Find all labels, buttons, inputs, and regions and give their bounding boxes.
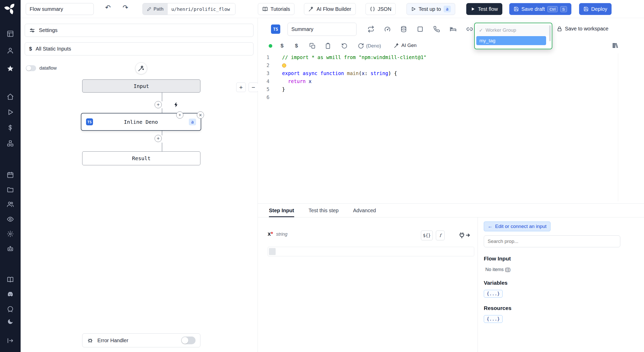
search-prop-input[interactable] (484, 235, 620, 247)
all-static-inputs-row[interactable]: $ All Static Inputs (25, 42, 253, 55)
mock-cable-icon[interactable] (466, 26, 473, 32)
inline-deno-node-label: Inline Deno (124, 119, 158, 125)
code-editor[interactable]: 1// import * as wmill from "npm:windmill… (258, 53, 643, 101)
deploy-button[interactable]: Deploy (579, 3, 612, 15)
lock-icon (557, 26, 562, 32)
workers-icon[interactable] (7, 245, 14, 252)
play-icon (471, 7, 475, 11)
windmill-flow-editor: ↶ ↷ Path Tutorials AI Flow Builder JSON … (0, 0, 644, 352)
clipboard-icon[interactable] (325, 43, 331, 49)
home-icon[interactable] (7, 93, 14, 100)
early-stop-gauge-icon[interactable] (384, 26, 391, 32)
dark-mode-moon-icon[interactable] (7, 318, 14, 325)
script-library-icon[interactable] (612, 42, 618, 49)
trigger-bolt-icon[interactable] (173, 101, 180, 108)
variables-badge[interactable]: {...} (484, 290, 503, 298)
edit-or-connect-button[interactable]: ← Edit or connect an input (484, 222, 550, 231)
path-edit-button[interactable]: Path (143, 3, 168, 15)
dataflow-label: dataflow (39, 66, 57, 71)
sparkle-wand-icon (394, 43, 399, 48)
test-flow-button[interactable]: Test flow (466, 3, 502, 15)
flow-settings-row[interactable]: Settings (25, 24, 253, 37)
insert-expression-button[interactable]: ${} (421, 231, 433, 240)
user-icon[interactable] (7, 47, 14, 54)
flow-summary-input[interactable] (26, 3, 94, 15)
sleep-bed-icon[interactable] (450, 26, 456, 32)
copy-icon[interactable] (309, 43, 316, 49)
test-up-to-button[interactable]: Test up to a (406, 3, 455, 15)
favorites-star-icon[interactable] (7, 65, 14, 72)
settings-gear-icon[interactable] (7, 230, 14, 238)
auto-layout-wand-button[interactable] (135, 62, 147, 74)
tab-step-input[interactable]: Step Input (269, 208, 294, 217)
add-resource-icon[interactable]: $ (295, 43, 298, 49)
variables-icon[interactable] (7, 124, 14, 132)
error-handler-row[interactable]: Error Handler (82, 333, 200, 347)
collapse-sidebar-icon[interactable] (7, 337, 14, 344)
add-step-icon[interactable]: + (155, 135, 162, 142)
save-draft-button[interactable]: Save draft Ctrl S (509, 3, 571, 15)
typescript-badge: TS (271, 24, 280, 34)
typescript-badge: TS (86, 118, 93, 125)
retry-loop-icon[interactable] (368, 26, 374, 32)
docs-book-icon[interactable] (7, 276, 14, 283)
dataflow-toggle[interactable] (26, 65, 36, 71)
worker-group-label: Worker Group (486, 27, 516, 33)
drag-handle[interactable] (269, 248, 276, 255)
error-handler-toggle[interactable] (181, 337, 196, 344)
input-node[interactable]: Input (82, 79, 200, 93)
apps-icon[interactable] (7, 30, 14, 37)
function-mode-button[interactable]: f (436, 231, 445, 240)
suspend-phone-icon[interactable] (433, 26, 440, 32)
plug-connect-icon[interactable] (459, 231, 470, 239)
step-summary-input[interactable] (287, 23, 357, 36)
tab-test-this-step[interactable]: Test this step (309, 208, 339, 217)
arg-value-input[interactable] (268, 247, 474, 256)
arg-name: x (268, 231, 271, 237)
add-step-icon[interactable]: + (155, 101, 162, 108)
folders-icon[interactable] (7, 186, 14, 193)
resources-icon[interactable] (7, 140, 14, 147)
zoom-out-button[interactable]: − (249, 83, 258, 92)
dropdown-scrollbar[interactable] (549, 25, 551, 41)
save-draft-label: Save draft (521, 6, 545, 12)
editor-scrollbar-track[interactable] (618, 53, 618, 201)
github-icon[interactable] (7, 306, 14, 313)
cache-database-icon[interactable] (400, 26, 407, 32)
save-to-workspace-button[interactable]: Save to workspace (557, 26, 608, 32)
worker-group-option-header[interactable]: ✓ Worker Group (476, 25, 550, 36)
ai-flow-builder-button[interactable]: AI Flow Builder (304, 3, 356, 15)
refresh-icon[interactable] (358, 43, 364, 49)
tutorials-button[interactable]: Tutorials (258, 3, 294, 15)
add-variable-icon[interactable]: $ (281, 43, 284, 49)
resources-badge[interactable]: {...} (484, 315, 503, 323)
tutorials-label: Tutorials (270, 6, 290, 12)
connect-input-panel: ← Edit or connect an input Flow Input No… (478, 217, 644, 352)
windmill-logo-icon[interactable] (4, 3, 16, 14)
redo-icon[interactable]: ↷ (123, 4, 128, 11)
discord-icon[interactable] (7, 291, 14, 298)
reset-history-icon[interactable] (341, 43, 348, 49)
runs-icon[interactable] (7, 109, 14, 116)
path-input[interactable] (168, 3, 235, 15)
result-node[interactable]: Result (82, 151, 200, 165)
test-up-to-label: Test up to (419, 6, 441, 12)
json-button[interactable]: JSON (366, 3, 396, 15)
required-asterisk: * (271, 231, 273, 237)
worker-group-option-selected[interactable]: my_tag (476, 36, 546, 45)
skip-square-icon[interactable] (417, 26, 423, 32)
audit-logs-eye-icon[interactable] (7, 216, 14, 223)
flow-graph-panel: Settings $ All Static Inputs dataflow + … (21, 18, 258, 352)
schedules-icon[interactable] (7, 171, 14, 178)
kbd-s: S (560, 6, 567, 12)
flow-input-title: Flow Input (484, 256, 511, 262)
groups-icon[interactable] (7, 201, 14, 208)
zoom-in-button[interactable]: + (236, 83, 246, 92)
remove-step-icon[interactable]: × (197, 111, 204, 119)
undo-icon[interactable]: ↶ (105, 4, 111, 11)
path-label: Path (154, 6, 164, 12)
tab-advanced[interactable]: Advanced (353, 208, 376, 217)
save-icon (514, 6, 519, 12)
ai-gen-button[interactable]: AI Gen (394, 43, 417, 48)
move-step-icon[interactable]: + (176, 111, 183, 119)
